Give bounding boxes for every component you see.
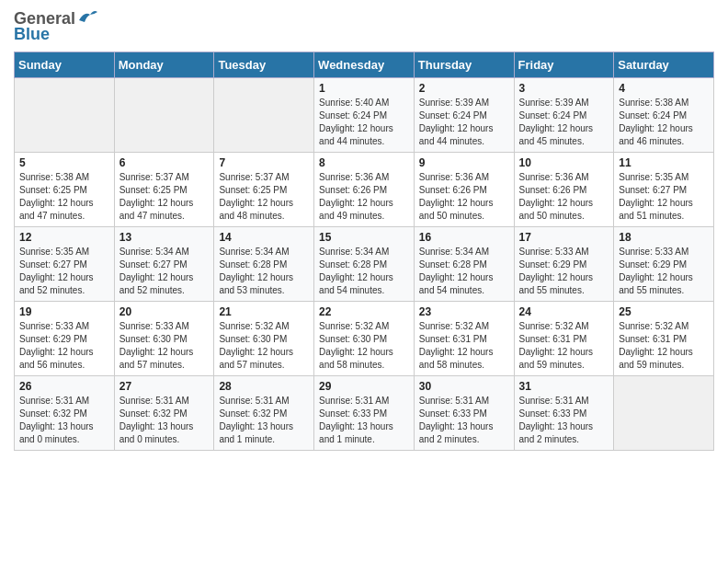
weekday-header: Sunday (15, 52, 115, 78)
day-info: Sunrise: 5:35 AM Sunset: 6:27 PM Dayligh… (619, 171, 709, 223)
day-info: Sunrise: 5:34 AM Sunset: 6:28 PM Dayligh… (419, 246, 509, 297)
calendar-cell: 9Sunrise: 5:36 AM Sunset: 6:26 PM Daylig… (414, 153, 514, 227)
day-info: Sunrise: 5:36 AM Sunset: 6:26 PM Dayligh… (419, 171, 509, 223)
day-number: 3 (519, 82, 609, 95)
day-info: Sunrise: 5:37 AM Sunset: 6:25 PM Dayligh… (219, 171, 309, 223)
weekday-header: Wednesday (314, 52, 415, 78)
day-number: 31 (519, 380, 609, 393)
day-number: 20 (119, 305, 210, 318)
day-number: 26 (19, 380, 109, 393)
calendar-cell: 16Sunrise: 5:34 AM Sunset: 6:28 PM Dayli… (414, 227, 514, 302)
calendar-cell: 27Sunrise: 5:31 AM Sunset: 6:32 PM Dayli… (114, 376, 214, 451)
calendar-cell: 8Sunrise: 5:36 AM Sunset: 6:26 PM Daylig… (314, 153, 415, 227)
day-info: Sunrise: 5:36 AM Sunset: 6:26 PM Dayligh… (319, 171, 409, 223)
calendar-cell: 1Sunrise: 5:40 AM Sunset: 6:24 PM Daylig… (314, 78, 415, 153)
day-info: Sunrise: 5:33 AM Sunset: 6:29 PM Dayligh… (519, 246, 609, 297)
calendar-cell: 3Sunrise: 5:39 AM Sunset: 6:24 PM Daylig… (514, 78, 614, 153)
day-number: 12 (19, 231, 109, 244)
day-info: Sunrise: 5:32 AM Sunset: 6:31 PM Dayligh… (619, 320, 709, 372)
day-number: 28 (219, 380, 309, 393)
calendar-cell: 24Sunrise: 5:32 AM Sunset: 6:31 PM Dayli… (514, 302, 614, 376)
logo-blue: Blue (14, 25, 50, 44)
weekday-header: Thursday (414, 52, 514, 78)
day-info: Sunrise: 5:37 AM Sunset: 6:25 PM Dayligh… (119, 171, 210, 223)
day-number: 17 (519, 231, 609, 244)
calendar-cell: 31Sunrise: 5:31 AM Sunset: 6:33 PM Dayli… (514, 376, 614, 451)
calendar-cell: 19Sunrise: 5:33 AM Sunset: 6:29 PM Dayli… (15, 302, 115, 376)
calendar-week-row: 12Sunrise: 5:35 AM Sunset: 6:27 PM Dayli… (15, 227, 714, 302)
day-number: 5 (19, 156, 109, 169)
calendar-header: SundayMondayTuesdayWednesdayThursdayFrid… (15, 52, 714, 78)
day-number: 8 (319, 156, 409, 169)
day-info: Sunrise: 5:31 AM Sunset: 6:32 PM Dayligh… (219, 395, 309, 446)
calendar-cell (15, 78, 115, 153)
day-number: 25 (619, 305, 709, 318)
day-number: 27 (119, 380, 210, 393)
day-number: 29 (319, 380, 409, 393)
day-info: Sunrise: 5:31 AM Sunset: 6:33 PM Dayligh… (419, 395, 509, 446)
day-info: Sunrise: 5:34 AM Sunset: 6:28 PM Dayligh… (319, 246, 409, 297)
day-number: 13 (119, 231, 210, 244)
day-info: Sunrise: 5:35 AM Sunset: 6:27 PM Dayligh… (19, 246, 109, 297)
day-info: Sunrise: 5:38 AM Sunset: 6:24 PM Dayligh… (619, 97, 709, 148)
day-number: 7 (219, 156, 309, 169)
day-info: Sunrise: 5:31 AM Sunset: 6:33 PM Dayligh… (319, 395, 409, 446)
logo: General Blue (14, 9, 97, 44)
day-number: 14 (219, 231, 309, 244)
page-header: General Blue (14, 9, 714, 44)
day-number: 24 (519, 305, 609, 318)
calendar-cell: 26Sunrise: 5:31 AM Sunset: 6:32 PM Dayli… (15, 376, 115, 451)
calendar-week-row: 19Sunrise: 5:33 AM Sunset: 6:29 PM Dayli… (15, 302, 714, 376)
calendar-cell: 15Sunrise: 5:34 AM Sunset: 6:28 PM Dayli… (314, 227, 415, 302)
calendar-cell: 4Sunrise: 5:38 AM Sunset: 6:24 PM Daylig… (614, 78, 714, 153)
day-number: 1 (319, 82, 409, 95)
calendar-cell: 12Sunrise: 5:35 AM Sunset: 6:27 PM Dayli… (15, 227, 115, 302)
calendar-cell: 29Sunrise: 5:31 AM Sunset: 6:33 PM Dayli… (314, 376, 415, 451)
calendar-cell: 10Sunrise: 5:36 AM Sunset: 6:26 PM Dayli… (514, 153, 614, 227)
day-info: Sunrise: 5:33 AM Sunset: 6:29 PM Dayligh… (19, 320, 109, 372)
day-number: 22 (319, 305, 409, 318)
day-number: 9 (419, 156, 509, 169)
calendar-cell (214, 78, 314, 153)
day-number: 16 (419, 231, 509, 244)
day-number: 11 (619, 156, 709, 169)
calendar-body: 1Sunrise: 5:40 AM Sunset: 6:24 PM Daylig… (15, 78, 714, 451)
day-info: Sunrise: 5:33 AM Sunset: 6:30 PM Dayligh… (119, 320, 210, 372)
calendar-cell: 20Sunrise: 5:33 AM Sunset: 6:30 PM Dayli… (114, 302, 214, 376)
calendar-cell: 2Sunrise: 5:39 AM Sunset: 6:24 PM Daylig… (414, 78, 514, 153)
calendar-week-row: 26Sunrise: 5:31 AM Sunset: 6:32 PM Dayli… (15, 376, 714, 451)
calendar-week-row: 5Sunrise: 5:38 AM Sunset: 6:25 PM Daylig… (15, 153, 714, 227)
day-number: 10 (519, 156, 609, 169)
calendar-cell: 11Sunrise: 5:35 AM Sunset: 6:27 PM Dayli… (614, 153, 714, 227)
day-number: 21 (219, 305, 309, 318)
calendar-week-row: 1Sunrise: 5:40 AM Sunset: 6:24 PM Daylig… (15, 78, 714, 153)
day-info: Sunrise: 5:40 AM Sunset: 6:24 PM Dayligh… (319, 97, 409, 148)
day-info: Sunrise: 5:31 AM Sunset: 6:32 PM Dayligh… (119, 395, 210, 446)
day-number: 2 (419, 82, 509, 95)
day-info: Sunrise: 5:32 AM Sunset: 6:30 PM Dayligh… (319, 320, 409, 372)
day-info: Sunrise: 5:32 AM Sunset: 6:31 PM Dayligh… (419, 320, 509, 372)
calendar-cell: 22Sunrise: 5:32 AM Sunset: 6:30 PM Dayli… (314, 302, 415, 376)
day-info: Sunrise: 5:39 AM Sunset: 6:24 PM Dayligh… (519, 97, 609, 148)
weekday-header: Tuesday (214, 52, 314, 78)
day-info: Sunrise: 5:34 AM Sunset: 6:28 PM Dayligh… (219, 246, 309, 297)
day-number: 15 (319, 231, 409, 244)
weekday-header: Monday (114, 52, 214, 78)
calendar-cell: 18Sunrise: 5:33 AM Sunset: 6:29 PM Dayli… (614, 227, 714, 302)
day-number: 18 (619, 231, 709, 244)
calendar-cell: 14Sunrise: 5:34 AM Sunset: 6:28 PM Dayli… (214, 227, 314, 302)
day-info: Sunrise: 5:31 AM Sunset: 6:33 PM Dayligh… (519, 395, 609, 446)
day-info: Sunrise: 5:34 AM Sunset: 6:27 PM Dayligh… (119, 246, 210, 297)
day-info: Sunrise: 5:36 AM Sunset: 6:26 PM Dayligh… (519, 171, 609, 223)
day-info: Sunrise: 5:31 AM Sunset: 6:32 PM Dayligh… (19, 395, 109, 446)
calendar-cell: 21Sunrise: 5:32 AM Sunset: 6:30 PM Dayli… (214, 302, 314, 376)
logo-bird-icon (77, 9, 97, 26)
weekday-header-row: SundayMondayTuesdayWednesdayThursdayFrid… (15, 52, 714, 78)
calendar-cell: 25Sunrise: 5:32 AM Sunset: 6:31 PM Dayli… (614, 302, 714, 376)
day-info: Sunrise: 5:39 AM Sunset: 6:24 PM Dayligh… (419, 97, 509, 148)
day-number: 4 (619, 82, 709, 95)
calendar-cell: 23Sunrise: 5:32 AM Sunset: 6:31 PM Dayli… (414, 302, 514, 376)
day-info: Sunrise: 5:38 AM Sunset: 6:25 PM Dayligh… (19, 171, 109, 223)
day-number: 23 (419, 305, 509, 318)
calendar-cell: 6Sunrise: 5:37 AM Sunset: 6:25 PM Daylig… (114, 153, 214, 227)
